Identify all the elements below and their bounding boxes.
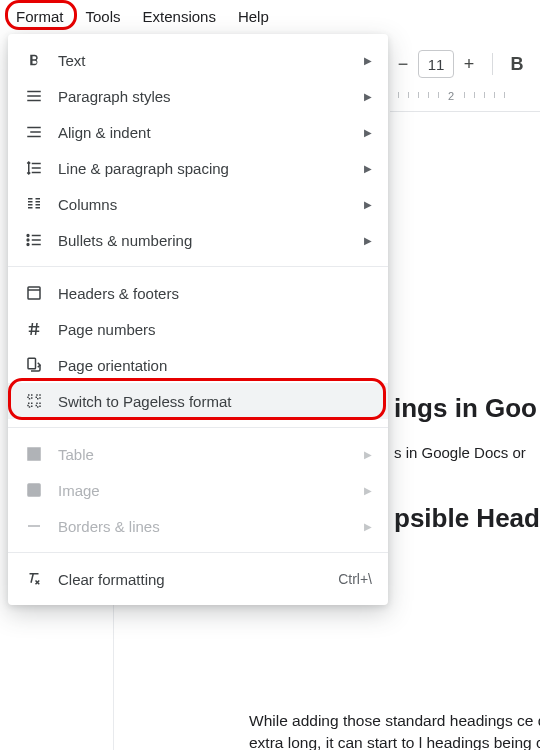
menu-item-page-orientation[interactable]: Page orientation — [8, 347, 388, 383]
menu-item-label: Columns — [58, 196, 364, 213]
bold-icon — [24, 50, 44, 70]
menu-format[interactable]: Format — [6, 4, 74, 29]
doc-heading-2a[interactable]: ings in Goo — [394, 393, 540, 424]
menu-item-label: Text — [58, 52, 364, 69]
image-icon — [24, 480, 44, 500]
svg-point-21 — [27, 239, 29, 241]
submenu-arrow-icon: ▶ — [364, 91, 372, 102]
hash-icon — [24, 319, 44, 339]
list-icon — [24, 230, 44, 250]
menu-separator — [8, 266, 388, 267]
font-size-decrease[interactable]: − — [390, 50, 416, 78]
menu-item-headers-footers[interactable]: Headers & footers — [8, 275, 388, 311]
toolbar-separator — [492, 53, 493, 75]
menu-item-label: Page orientation — [58, 357, 372, 374]
submenu-arrow-icon: ▶ — [364, 127, 372, 138]
menu-item-label: Clear formatting — [58, 571, 338, 588]
menu-item-label: Table — [58, 446, 364, 463]
menu-item-shortcut: Ctrl+\ — [338, 571, 372, 587]
menu-item-label: Borders & lines — [58, 518, 364, 535]
menu-item-align-indent[interactable]: Align & indent ▶ — [8, 114, 388, 150]
svg-line-27 — [31, 323, 33, 335]
doc-heading-1[interactable]: d Headings Go — [394, 260, 540, 345]
menu-item-label: Page numbers — [58, 321, 372, 338]
submenu-arrow-icon: ▶ — [364, 199, 372, 210]
align-icon — [24, 122, 44, 142]
menu-item-label: Switch to Pageless format — [58, 393, 372, 410]
menu-item-image: Image ▶ — [8, 472, 388, 508]
borders-icon — [24, 516, 44, 536]
paragraph-icon — [24, 86, 44, 106]
line-spacing-icon — [24, 158, 44, 178]
menu-item-line-spacing[interactable]: Line & paragraph spacing ▶ — [8, 150, 388, 186]
doc-paragraph-1[interactable]: s in Google Docs or — [394, 442, 540, 463]
menu-item-table: Table ▶ — [8, 436, 388, 472]
svg-point-20 — [27, 235, 29, 237]
menu-item-label: Align & indent — [58, 124, 364, 141]
menu-extensions[interactable]: Extensions — [133, 4, 226, 29]
menu-item-label: Headers & footers — [58, 285, 372, 302]
submenu-arrow-icon: ▶ — [364, 449, 372, 460]
menu-item-label: Image — [58, 482, 364, 499]
menu-item-page-numbers[interactable]: Page numbers — [8, 311, 388, 347]
menu-separator — [8, 427, 388, 428]
menu-tools[interactable]: Tools — [76, 4, 131, 29]
menu-help[interactable]: Help — [228, 4, 279, 29]
submenu-arrow-icon: ▶ — [364, 55, 372, 66]
menu-item-paragraph-styles[interactable]: Paragraph styles ▶ — [8, 78, 388, 114]
doc-body-text[interactable]: While adding those standard headings ce … — [249, 710, 540, 750]
pageless-icon — [24, 391, 44, 411]
columns-icon — [24, 194, 44, 214]
ruler-mark-2: 2 — [448, 90, 454, 102]
menubar: Format Tools Extensions Help — [0, 0, 540, 35]
menu-item-label: Bullets & numbering — [58, 232, 364, 249]
submenu-arrow-icon: ▶ — [364, 235, 372, 246]
header-footer-icon — [24, 283, 44, 303]
submenu-arrow-icon: ▶ — [364, 485, 372, 496]
format-menu-dropdown: Text ▶ Paragraph styles ▶ Align & indent… — [8, 34, 388, 605]
menu-separator — [8, 552, 388, 553]
svg-point-22 — [27, 244, 29, 246]
font-size-increase[interactable]: + — [456, 50, 482, 78]
orientation-icon — [24, 355, 44, 375]
menu-item-clear-formatting[interactable]: Clear formatting Ctrl+\ — [8, 561, 388, 597]
menu-item-label: Paragraph styles — [58, 88, 364, 105]
font-size-control: − 11 + — [390, 50, 482, 78]
menu-item-bullets-numbering[interactable]: Bullets & numbering ▶ — [8, 222, 388, 258]
doc-heading-2b[interactable]: psible Head — [394, 503, 540, 534]
menu-item-columns[interactable]: Columns ▶ — [8, 186, 388, 222]
svg-point-34 — [31, 487, 33, 489]
svg-rect-29 — [28, 358, 36, 369]
clear-format-icon — [24, 569, 44, 589]
ruler[interactable]: 2 — [390, 92, 540, 112]
svg-line-28 — [36, 323, 38, 335]
toolbar: − 11 + B — [390, 50, 531, 78]
svg-rect-23 — [28, 287, 40, 299]
font-size-value[interactable]: 11 — [418, 50, 454, 78]
menu-item-label: Line & paragraph spacing — [58, 160, 364, 177]
submenu-arrow-icon: ▶ — [364, 521, 372, 532]
table-icon — [24, 444, 44, 464]
menu-item-borders-lines: Borders & lines ▶ — [8, 508, 388, 544]
menu-item-switch-pageless[interactable]: Switch to Pageless format — [8, 383, 388, 419]
bold-button[interactable]: B — [503, 54, 531, 75]
submenu-arrow-icon: ▶ — [364, 163, 372, 174]
menu-item-text[interactable]: Text ▶ — [8, 42, 388, 78]
